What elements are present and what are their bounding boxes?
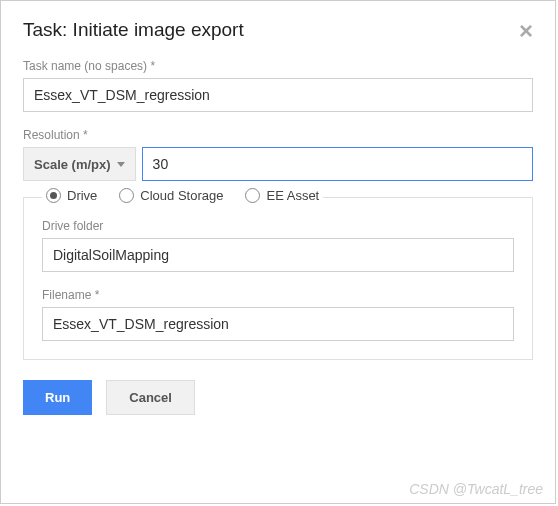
drive-folder-group: Drive folder [42, 219, 514, 272]
resolution-row: Scale (m/px) [23, 147, 533, 181]
resolution-label: Resolution * [23, 128, 533, 142]
run-button[interactable]: Run [23, 380, 92, 415]
dialog-header: Task: Initiate image export × [23, 19, 533, 43]
radio-ee-asset[interactable]: EE Asset [245, 188, 319, 203]
destination-radio-row: Drive Cloud Storage EE Asset [42, 188, 323, 203]
filename-label: Filename * [42, 288, 514, 302]
filename-group: Filename * [42, 288, 514, 341]
radio-icon [46, 188, 61, 203]
task-name-input[interactable] [23, 78, 533, 112]
radio-drive[interactable]: Drive [46, 188, 97, 203]
chevron-down-icon [117, 162, 125, 167]
dialog-title: Task: Initiate image export [23, 19, 244, 41]
radio-icon [119, 188, 134, 203]
scale-dropdown-label: Scale (m/px) [34, 157, 111, 172]
radio-cloud-label: Cloud Storage [140, 188, 223, 203]
task-name-label: Task name (no spaces) * [23, 59, 533, 73]
watermark: CSDN @TwcatL_tree [409, 481, 543, 497]
scale-dropdown[interactable]: Scale (m/px) [23, 147, 136, 181]
destination-fieldset: Drive Cloud Storage EE Asset Drive folde… [23, 197, 533, 360]
task-name-group: Task name (no spaces) * [23, 59, 533, 112]
resolution-group: Resolution * Scale (m/px) [23, 128, 533, 181]
radio-cloud-storage[interactable]: Cloud Storage [119, 188, 223, 203]
cancel-button[interactable]: Cancel [106, 380, 195, 415]
close-icon[interactable]: × [519, 19, 533, 43]
drive-folder-input[interactable] [42, 238, 514, 272]
radio-ee-label: EE Asset [266, 188, 319, 203]
filename-input[interactable] [42, 307, 514, 341]
radio-icon [245, 188, 260, 203]
drive-folder-label: Drive folder [42, 219, 514, 233]
export-dialog: Task: Initiate image export × Task name … [0, 0, 556, 504]
resolution-input[interactable] [142, 147, 533, 181]
button-row: Run Cancel [23, 380, 533, 415]
radio-drive-label: Drive [67, 188, 97, 203]
